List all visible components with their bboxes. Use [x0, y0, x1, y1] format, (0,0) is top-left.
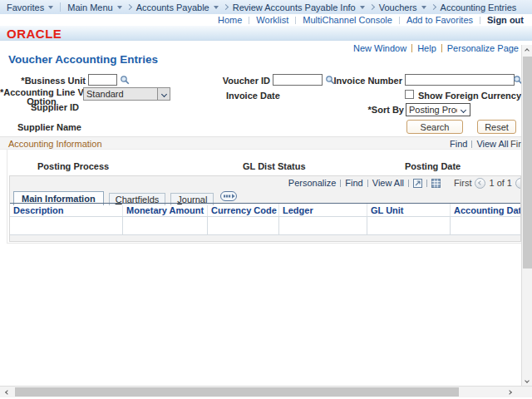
- chevron-down-icon: [48, 6, 53, 9]
- column-header-gl-unit[interactable]: GL Unit: [367, 204, 451, 216]
- divider: [249, 17, 249, 24]
- business-unit-label: *Business Unit: [0, 76, 86, 86]
- divider: [340, 180, 341, 187]
- accounting-line-view-select[interactable]: Standard: [83, 87, 170, 101]
- chevron-right-icon: [431, 4, 436, 10]
- worklist-link[interactable]: Worklist: [256, 15, 288, 25]
- cell-monetary-amount: [123, 217, 208, 234]
- column-header-monetary-amount[interactable]: Monetary Amount: [123, 204, 208, 216]
- add-to-favorites-link[interactable]: Add to Favorites: [406, 15, 473, 25]
- show-foreign-currency-checkbox[interactable]: [405, 90, 414, 99]
- grid-view-all-link[interactable]: View All: [372, 178, 404, 188]
- chevron-right-icon: [223, 4, 229, 10]
- divider: [426, 180, 427, 187]
- section-find-link[interactable]: Find: [450, 139, 467, 149]
- column-header-ledger[interactable]: Ledger: [279, 204, 367, 216]
- accounting-line-view-selected-value: Standard: [84, 89, 157, 99]
- divider: [441, 44, 442, 52]
- voucher-id-label: Voucher ID: [204, 76, 270, 86]
- cell-description: [10, 217, 123, 234]
- cell-gl-unit: [367, 217, 451, 234]
- sign-out-link[interactable]: Sign out: [487, 15, 524, 25]
- section-first-label: First: [510, 139, 521, 149]
- vertical-scrollbar[interactable]: [521, 45, 532, 386]
- horizontal-scrollbar[interactable]: [0, 386, 532, 397]
- posting-process-label: Posting Process: [37, 161, 109, 171]
- scroll-up-button[interactable]: [522, 45, 532, 56]
- sort-by-label: *Sort By: [349, 105, 404, 115]
- help-link[interactable]: Help: [417, 43, 436, 53]
- personalize-page-link[interactable]: Personalize Page: [447, 43, 519, 53]
- column-header-currency-code[interactable]: Currency Code: [208, 204, 279, 216]
- invoice-number-label: Invoice Number: [323, 76, 402, 86]
- cell-ledger: [279, 217, 367, 234]
- invoice-date-label: Invoice Date: [226, 91, 280, 101]
- brand-band: [0, 26, 532, 41]
- accounting-information-section-bar: Accounting Information Find View All Fir…: [0, 136, 521, 150]
- gl-dist-status-label: GL Dist Status: [243, 161, 306, 171]
- column-header-description[interactable]: Description: [10, 204, 123, 216]
- new-window-link[interactable]: New Window: [353, 43, 406, 53]
- chevron-down-icon: [457, 104, 470, 116]
- scroll-down-button[interactable]: [522, 375, 532, 386]
- divider: [60, 2, 61, 12]
- breadcrumb-label: Accounting Entries: [441, 2, 517, 12]
- entries-table: Description Monetary Amount Currency Cod…: [10, 204, 521, 235]
- home-link[interactable]: Home: [218, 15, 242, 25]
- zoom-grid-icon[interactable]: [413, 179, 422, 188]
- table-row: [10, 217, 521, 235]
- breadcrumb-favorites[interactable]: Favorites: [7, 2, 53, 12]
- search-button[interactable]: Search: [406, 120, 463, 134]
- column-header-accounting-date[interactable]: Accounting Date: [451, 204, 521, 216]
- scroll-right-button[interactable]: [504, 387, 515, 397]
- supplier-name-label: Supplier Name: [0, 122, 81, 132]
- sort-by-selected-value: Posting Process: [406, 105, 457, 115]
- utility-nav: Home Worklist MultiChannel Console Add t…: [0, 14, 532, 26]
- accounting-entries-grid: Personalize Find View All First 1 of 1: [9, 175, 521, 242]
- previous-row-button[interactable]: [475, 178, 485, 189]
- breadcrumb-label: Vouchers: [379, 2, 417, 12]
- horizontal-scrollbar-thumb[interactable]: [15, 387, 459, 397]
- cell-accounting-date: [451, 217, 521, 234]
- breadcrumb-accounting-entries: Accounting Entries: [441, 2, 517, 12]
- posting-date-label: Posting Date: [405, 161, 461, 171]
- divider: [471, 140, 472, 148]
- chevron-down-icon: [157, 88, 170, 100]
- breadcrumb-vouchers[interactable]: Vouchers: [379, 2, 426, 12]
- supplier-id-label: Supplier ID: [0, 102, 79, 112]
- breadcrumb: Favorites Main Menu Accounts Payable Rev…: [0, 0, 532, 14]
- section-view-all-link[interactable]: View All: [476, 139, 508, 149]
- reset-button[interactable]: Reset: [477, 120, 516, 134]
- sort-by-select[interactable]: Posting Process: [406, 103, 470, 116]
- show-all-columns-icon[interactable]: [220, 191, 237, 203]
- vertical-scrollbar-thumb[interactable]: [523, 57, 532, 268]
- download-to-excel-icon[interactable]: [431, 179, 441, 188]
- scroll-left-button[interactable]: [2, 387, 12, 397]
- chevron-right-icon: [369, 4, 375, 10]
- breadcrumb-accounts-payable[interactable]: Accounts Payable: [136, 2, 219, 12]
- divider: [295, 17, 296, 24]
- voucher-accounting-entries-page: Favorites Main Menu Accounts Payable Rev…: [0, 0, 532, 399]
- oracle-logo: ORACLE: [7, 27, 62, 41]
- breadcrumb-main-menu-label: Main Menu: [67, 2, 112, 12]
- section-nav: Find View All: [450, 139, 509, 149]
- accounting-information-group: Posting Process GL Dist Status Posting D…: [7, 150, 522, 244]
- voucher-id-input[interactable]: [273, 74, 323, 86]
- page-toolbar: New Window Help Personalize Page: [353, 43, 519, 53]
- divider: [399, 17, 400, 24]
- next-row-button[interactable]: [515, 178, 521, 189]
- breadcrumb-main-menu[interactable]: Main Menu: [67, 2, 121, 12]
- grid-personalize-link[interactable]: Personalize: [288, 178, 336, 188]
- divider: [411, 44, 412, 52]
- breadcrumb-review-ap-info[interactable]: Review Accounts Payable Info: [233, 2, 365, 12]
- breadcrumb-label: Accounts Payable: [136, 2, 209, 12]
- chevron-down-icon: [214, 6, 219, 9]
- business-unit-input[interactable]: [88, 74, 117, 86]
- multichannel-console-link[interactable]: MultiChannel Console: [303, 15, 392, 25]
- divider: [408, 180, 409, 187]
- grid-find-link[interactable]: Find: [345, 178, 362, 188]
- invoice-number-input[interactable]: [405, 74, 515, 86]
- divider: [480, 17, 480, 24]
- business-unit-lookup-icon[interactable]: [120, 75, 130, 85]
- tab-strip-line: [10, 203, 520, 204]
